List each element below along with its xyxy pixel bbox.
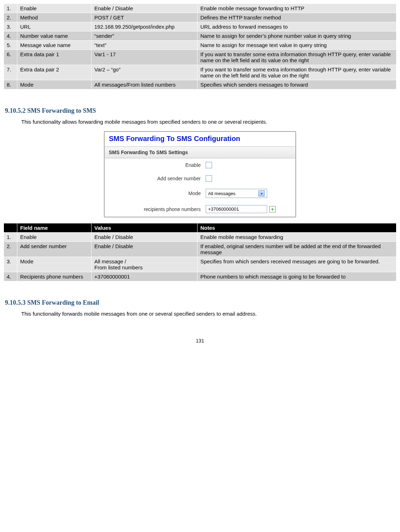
section-body: This functionality allows forwarding mob… — [21, 119, 396, 125]
row-notes: If you want to transfer some extra infor… — [198, 50, 396, 65]
table-row: 1. Enable Enable / Disable Enable mobile… — [4, 233, 396, 242]
row-field: Extra data pair 2 — [17, 65, 92, 80]
row-num: 3. — [4, 22, 17, 31]
row-field: Extra data pair 1 — [17, 50, 92, 65]
add-sender-checkbox[interactable] — [206, 175, 212, 182]
row-notes: URL address to forward messages to — [198, 22, 396, 31]
row-num: 7. — [4, 65, 17, 80]
mode-select-value: All messages — [208, 191, 235, 196]
row-notes: Enable mobile message forwarding — [198, 233, 396, 242]
header-blank — [4, 223, 17, 233]
row-notes: If enabled, original senders number will… — [198, 242, 396, 257]
row-field: Enable — [17, 4, 92, 13]
row-field: URL — [17, 22, 92, 31]
row-val: +37060000001 — [92, 272, 198, 281]
add-recipient-icon[interactable]: + — [269, 206, 276, 212]
row-field: Mode — [17, 257, 92, 272]
header-notes: Notes — [198, 223, 396, 233]
row-field: Message value name — [17, 41, 92, 50]
row-notes: Name to assign for sender’s phone number… — [198, 31, 396, 41]
recipients-value: +37060000001 — [208, 206, 239, 212]
table-row: 5. Message value name “text” Name to ass… — [4, 41, 396, 50]
table-row: 2. Method POST / GET Defines the HTTP tr… — [4, 13, 396, 22]
row-val: Enable / Disable — [92, 4, 198, 13]
label-recipients: recipients phone numbers — [109, 206, 206, 212]
row-field: Recipients phone numbers — [17, 272, 92, 281]
table-row: 2. Add sender number Enable / Disable If… — [4, 242, 396, 257]
section-body: This functionality forwards mobile messa… — [21, 311, 396, 317]
recipients-input[interactable]: +37060000001 — [206, 205, 267, 213]
form-row-recipients: recipients phone numbers +37060000001 + — [105, 201, 295, 217]
row-val: Var1 - 17 — [92, 50, 198, 65]
header-field: Field name — [17, 223, 92, 233]
row-val: Enable / Disable — [92, 233, 198, 242]
row-notes: Defines the HTTP transfer method — [198, 13, 396, 22]
row-notes: Name to assign for message text value in… — [198, 41, 396, 50]
table-row: 4. Number value name “sender” Name to as… — [4, 31, 396, 41]
table-row: 3. URL 192.168.99.250/getpost/index.php … — [4, 22, 396, 31]
section-title: SMS Forwarding to Email — [27, 299, 99, 306]
section-title: SMS Forwarding to SMS — [27, 107, 96, 114]
row-num: 1. — [4, 4, 17, 13]
panel-subhead: SMS Forwarding To SMS Settings — [105, 146, 295, 158]
table-row: 8. Mode All messages/From listed numbers… — [4, 80, 396, 89]
row-val: POST / GET — [92, 13, 198, 22]
panel-title: SMS Forwarding To SMS Configuration — [105, 132, 295, 146]
config-panel-figure: SMS Forwarding To SMS Configuration SMS … — [4, 131, 396, 217]
section-heading-sms-to-sms: 9.10.5.2 SMS Forwarding to SMS — [5, 107, 396, 115]
row-num: 4. — [4, 31, 17, 41]
section-heading-sms-to-email: 9.10.5.3 SMS Forwarding to Email — [5, 299, 396, 306]
row-val: All message / From listed numbers — [92, 257, 198, 272]
row-field: Mode — [17, 80, 92, 89]
form-row-add-sender: Add sender number — [105, 172, 295, 185]
row-notes: Phone numbers to which message is going … — [198, 272, 396, 281]
chevron-down-icon: ▾ — [258, 190, 265, 197]
table-header: Field name Values Notes — [4, 223, 396, 233]
row-val: 192.168.99.250/getpost/index.php — [92, 22, 198, 31]
row-field: Method — [17, 13, 92, 22]
label-add-sender: Add sender number — [109, 176, 206, 181]
row-num: 5. — [4, 41, 17, 50]
sms-forwarding-table: Field name Values Notes 1. Enable Enable… — [4, 223, 396, 281]
row-notes: Specifies from which senders received me… — [198, 257, 396, 272]
row-field: Enable — [17, 233, 92, 242]
http-forwarding-table: 1. Enable Enable / Disable Enable mobile… — [4, 4, 396, 89]
row-val: Enable / Disable — [92, 242, 198, 257]
table-row: 1. Enable Enable / Disable Enable mobile… — [4, 4, 396, 13]
row-val: “sender” — [92, 31, 198, 41]
table-row: 6. Extra data pair 1 Var1 - 17 If you wa… — [4, 50, 396, 65]
mode-select[interactable]: All messages ▾ — [206, 189, 267, 198]
row-field: Add sender number — [17, 242, 92, 257]
row-num: 3. — [4, 257, 17, 272]
row-notes: If you want to transfer some extra infor… — [198, 65, 396, 80]
sms-forwarding-panel: SMS Forwarding To SMS Configuration SMS … — [104, 131, 296, 217]
row-notes: Specifies which senders messages to forw… — [198, 80, 396, 89]
row-num: 2. — [4, 13, 17, 22]
label-mode: Mode — [109, 191, 206, 196]
form-row-mode: Mode All messages ▾ — [105, 185, 295, 201]
section-number: 9.10.5.2 — [5, 107, 26, 114]
row-num: 1. — [4, 233, 17, 242]
form-row-enable: Enable — [105, 158, 295, 172]
label-enable: Enable — [109, 162, 206, 168]
row-val: “text” — [92, 41, 198, 50]
row-field: Number value name — [17, 31, 92, 41]
page-number: 131 — [4, 338, 396, 344]
enable-checkbox[interactable] — [206, 162, 212, 168]
row-val: Var2 – “go” — [92, 65, 198, 80]
row-notes: Enable mobile message forwarding to HTTP — [198, 4, 396, 13]
table-row: 4. Recipients phone numbers +37060000001… — [4, 272, 396, 281]
row-num: 2. — [4, 242, 17, 257]
row-num: 6. — [4, 50, 17, 65]
table-row: 3. Mode All message / From listed number… — [4, 257, 396, 272]
section-number: 9.10.5.3 — [5, 299, 26, 306]
row-num: 8. — [4, 80, 17, 89]
table-row: 7. Extra data pair 2 Var2 – “go” If you … — [4, 65, 396, 80]
header-val: Values — [92, 223, 198, 233]
row-num: 4. — [4, 272, 17, 281]
row-val: All messages/From listed numbers — [92, 80, 198, 89]
